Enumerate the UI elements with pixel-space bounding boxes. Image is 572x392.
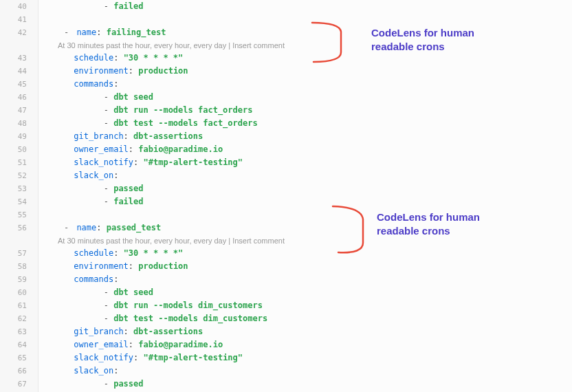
code-line[interactable]: - dbt test --models fact_orders — [44, 117, 572, 130]
code-line[interactable]: owner_email: fabio@paradime.io — [44, 143, 572, 156]
line-number: 65 — [0, 351, 38, 364]
line-number: 56 — [0, 221, 38, 235]
line-number: 57 — [0, 247, 38, 260]
annotation-label-2: CodeLens for humanreadable crons — [377, 210, 480, 237]
line-number: 64 — [0, 338, 38, 351]
code-line[interactable]: slack_notify: "#tmp-alert-testing" — [44, 351, 572, 364]
line-number: 61 — [0, 299, 38, 312]
line-number: 59 — [0, 273, 38, 286]
annotation-bracket-2 — [327, 203, 375, 258]
line-number: 40 — [0, 0, 38, 13]
code-line[interactable]: - failed — [44, 0, 572, 13]
line-number: 50 — [0, 143, 38, 156]
code-line[interactable]: slack_on: — [44, 169, 572, 182]
code-line[interactable]: - dbt run --models fact_orders — [44, 104, 572, 117]
code-line[interactable]: git_branch: dbt-assertions — [44, 130, 572, 143]
code-line[interactable]: - dbt seed — [44, 286, 572, 299]
code-line[interactable]: commands: — [44, 273, 572, 286]
line-number: 44 — [0, 65, 38, 78]
annotation-label-1: CodeLens for humanreadable crons — [371, 26, 474, 53]
line-number: 58 — [0, 260, 38, 273]
code-line[interactable]: - passed — [44, 378, 572, 391]
line-number — [0, 39, 38, 52]
code-line[interactable]: git_branch: dbt-assertions — [44, 325, 572, 338]
code-line[interactable]: commands: — [44, 78, 572, 91]
line-number: 49 — [0, 130, 38, 143]
line-number: 47 — [0, 104, 38, 117]
code-line[interactable]: slack_notify: "#tmp-alert-testing" — [44, 156, 572, 169]
gutter: 4041424344454647484950515253545556575859… — [0, 0, 38, 392]
line-number — [0, 235, 38, 247]
codelens-annotation[interactable]: At 30 minutes past the hour, every hour,… — [44, 235, 572, 247]
line-number: 62 — [0, 312, 38, 325]
annotation-bracket-1 — [307, 19, 355, 67]
line-number: 48 — [0, 117, 38, 130]
line-number: 63 — [0, 325, 38, 338]
line-number: 60 — [0, 286, 38, 299]
line-number: 52 — [0, 169, 38, 182]
code-area[interactable]: CodeLens for humanreadable crons CodeLen… — [38, 0, 572, 392]
code-line[interactable]: - dbt seed — [44, 91, 572, 104]
line-number: 66 — [0, 364, 38, 378]
line-number: 67 — [0, 378, 38, 391]
code-line[interactable]: - failed — [44, 195, 572, 208]
line-number: 53 — [0, 182, 38, 195]
line-number: 51 — [0, 156, 38, 169]
line-number: 41 — [0, 13, 38, 26]
line-number: 55 — [0, 208, 38, 221]
code-line[interactable]: slack_on: — [44, 364, 572, 378]
code-line[interactable]: environment: production — [44, 260, 572, 273]
line-number: 46 — [0, 91, 38, 104]
code-line[interactable]: - dbt test --models dim_customers — [44, 312, 572, 325]
code-line[interactable]: - passed — [44, 182, 572, 195]
code-line[interactable]: - name: passed_test — [44, 221, 572, 235]
line-number: 42 — [0, 26, 38, 39]
code-line[interactable]: owner_email: fabio@paradime.io — [44, 338, 572, 351]
code-line[interactable]: - dbt run --models dim_customers — [44, 299, 572, 312]
line-number: 54 — [0, 195, 38, 208]
code-line[interactable]: schedule: "30 * * * *" — [44, 247, 572, 260]
line-number: 43 — [0, 52, 38, 65]
code-line[interactable] — [44, 208, 572, 221]
code-editor[interactable]: 4041424344454647484950515253545556575859… — [0, 0, 572, 392]
line-number: 45 — [0, 78, 38, 91]
